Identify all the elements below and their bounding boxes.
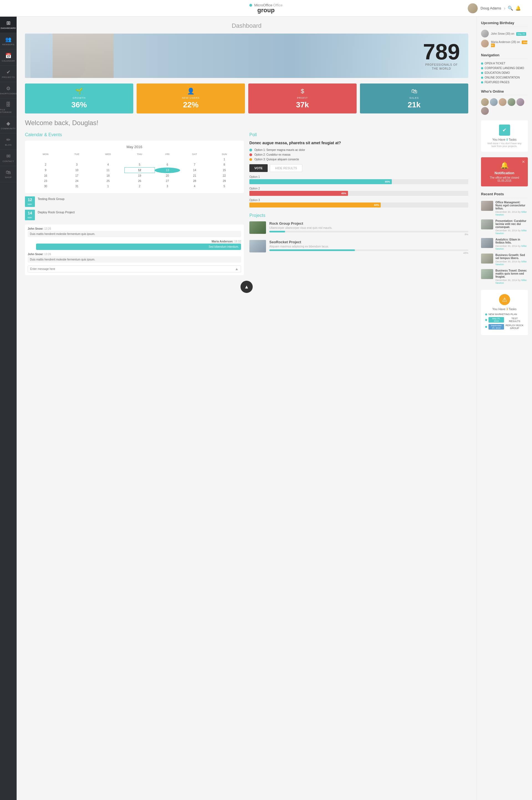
- cal-day[interactable]: 8: [209, 162, 240, 167]
- sidebar-item-file-storage[interactable]: 🗄 File Storage: [0, 98, 17, 117]
- sidebar-item-projects[interactable]: ✔ Projects: [0, 66, 17, 82]
- sidebar-item-dashboard[interactable]: ⊞ Dashboard: [0, 17, 17, 33]
- notification-bell-icon[interactable]: 🔔: [515, 5, 521, 11]
- cal-day[interactable]: 7: [180, 162, 209, 167]
- hero-banner: 789 Professionals OFTHE WORLD: [25, 34, 468, 78]
- cal-day[interactable]: 15: [209, 167, 240, 173]
- notification-close-button[interactable]: ✕: [522, 160, 525, 164]
- online-avatar-5: [516, 98, 524, 106]
- sidebar-label-blog: Blog: [5, 144, 12, 146]
- event-date-badge-2: 14 MAY: [25, 210, 35, 220]
- cal-day[interactable]: 18: [92, 173, 125, 179]
- vote-button[interactable]: VOTE: [249, 164, 268, 172]
- scroll-top-button[interactable]: ▲: [241, 281, 253, 293]
- post-thumb-4: [481, 254, 493, 263]
- cal-day[interactable]: 2: [29, 162, 62, 167]
- project-item-1: Rock Group Project Ullamcorper ullamcorp…: [249, 221, 468, 236]
- nav-link-featured[interactable]: FEATURED PAGES: [481, 81, 528, 84]
- cal-day[interactable]: 3: [62, 162, 92, 167]
- nav-link-education[interactable]: EDUCATION DEMO: [481, 71, 528, 74]
- cal-day[interactable]: 31: [62, 184, 92, 189]
- newusers-label: NEW USERS: [141, 96, 241, 99]
- chevron-right-icon[interactable]: ›: [504, 6, 506, 11]
- cal-day[interactable]: 17: [62, 173, 92, 179]
- stat-cards: 🌱 GROWTH 36% 👤 NEW USERS 22% $ PROFIT 37…: [25, 84, 468, 113]
- project-thumb-1: [249, 221, 266, 234]
- sidebar-item-contact[interactable]: ✉ Contact: [0, 150, 17, 166]
- stat-card-growth: 🌱 GROWTH 36%: [25, 84, 133, 113]
- poll-option-label-1: Option 1: Semper magna mauris ac dolor: [254, 148, 305, 151]
- cal-day[interactable]: [155, 157, 180, 162]
- cal-day[interactable]: 30: [29, 184, 62, 189]
- cal-day[interactable]: 9: [29, 167, 62, 173]
- shop-icon: 🛍: [6, 169, 11, 175]
- cal-day[interactable]: 21: [180, 173, 209, 179]
- sidebar-item-shop[interactable]: 🛍 Shop: [0, 166, 17, 182]
- poll-widget: Donec augue massa, pharetra sit amet feu…: [249, 141, 468, 207]
- cal-day[interactable]: 24: [62, 178, 92, 184]
- sidebar-label-projects: Projects: [2, 76, 15, 78]
- stat-card-profit: $ PROFIT 37k: [248, 84, 357, 113]
- projects-section-title: Projects: [249, 213, 468, 218]
- sidebar-item-community[interactable]: ◆ Community: [0, 117, 17, 133]
- cal-day[interactable]: 4: [92, 162, 125, 167]
- cal-day[interactable]: 3: [155, 184, 180, 189]
- post-author-4: Mike Newton: [495, 260, 527, 266]
- nav-link-corporate[interactable]: CORPORATE LANDING DEMO: [481, 67, 528, 70]
- cal-day[interactable]: [125, 157, 155, 162]
- chat-send-button[interactable]: ▲: [233, 266, 241, 272]
- calendar-widget: May 2016 mon tue wed thu fri sat sun: [25, 141, 244, 193]
- cal-day[interactable]: 25: [92, 178, 125, 184]
- cal-day[interactable]: 11: [92, 167, 125, 173]
- cal-day[interactable]: 22: [209, 173, 240, 179]
- cal-day[interactable]: 16: [29, 173, 62, 179]
- cal-day[interactable]: [180, 157, 209, 162]
- birthday-badge-1: May 25: [516, 32, 526, 36]
- nav-link-ticket[interactable]: OPEN A TICKET: [481, 62, 528, 65]
- birthday-avatar-1: [481, 30, 489, 37]
- cal-day[interactable]: [62, 157, 92, 162]
- profit-icon: $: [252, 88, 353, 95]
- post-author-1: Mike Newton: [495, 211, 527, 216]
- sidebar-item-blog[interactable]: ✏ Blog: [0, 133, 17, 150]
- cal-day[interactable]: 1: [209, 157, 240, 162]
- cal-day-sun: sun: [209, 152, 240, 157]
- cal-day[interactable]: 4: [180, 184, 209, 189]
- growth-value: 36%: [29, 101, 129, 109]
- cal-day[interactable]: 13: [155, 167, 180, 173]
- chat-input[interactable]: [28, 266, 233, 272]
- sidebar-item-shortcodes[interactable]: ⚙ Shortcodes: [0, 82, 17, 98]
- cal-day[interactable]: 5: [125, 162, 155, 167]
- main-wrapper: ⊞ Dashboard 👥 Members 📅 Calendar ✔ Proje…: [0, 17, 532, 800]
- dashboard-icon: ⊞: [6, 20, 11, 26]
- cal-day[interactable]: 27: [155, 178, 180, 184]
- blog-icon: ✏: [6, 137, 11, 143]
- cal-day[interactable]: 26: [125, 178, 155, 184]
- cal-day[interactable]: 5: [209, 184, 240, 189]
- project-info-1: Rock Group Project Ullamcorper ullamcorp…: [269, 221, 468, 236]
- cal-day[interactable]: 19: [125, 173, 155, 179]
- cal-day[interactable]: 28: [180, 178, 209, 184]
- cal-day[interactable]: 10: [62, 167, 92, 173]
- cal-day[interactable]: [29, 157, 62, 162]
- nav-link-docs[interactable]: ONLINE DOCUMENTATION: [481, 76, 528, 79]
- search-icon[interactable]: 🔍: [508, 5, 513, 11]
- poll-pct-1: 65%: [385, 180, 390, 183]
- chat-widget: John Snow: 13:26 Duis mattis hendrerit m…: [25, 224, 244, 275]
- cal-day[interactable]: [92, 157, 125, 162]
- cal-day[interactable]: 20: [155, 173, 180, 179]
- cal-day[interactable]: 14: [180, 167, 209, 173]
- hide-results-button[interactable]: HIDE RESULTS: [270, 164, 302, 172]
- cal-day[interactable]: 23: [29, 178, 62, 184]
- cal-day[interactable]: 29: [209, 178, 240, 184]
- contact-icon: ✉: [6, 153, 11, 159]
- cal-day[interactable]: 2: [125, 184, 155, 189]
- cal-day[interactable]: 1: [92, 184, 125, 189]
- sidebar-item-calendar[interactable]: 📅 Calendar: [0, 49, 17, 66]
- sidebar-item-members[interactable]: 👥 Members: [0, 33, 17, 49]
- cal-day[interactable]: 12: [125, 167, 155, 173]
- cal-day[interactable]: 6: [155, 162, 180, 167]
- chat-msg-1: John Snow: 13:26 Duis mattis hendrerit m…: [28, 227, 241, 237]
- post-item-5: Business Travel: Donec mattis quis lorem…: [481, 269, 528, 284]
- poll-actions: VOTE HIDE RESULTS: [249, 164, 468, 172]
